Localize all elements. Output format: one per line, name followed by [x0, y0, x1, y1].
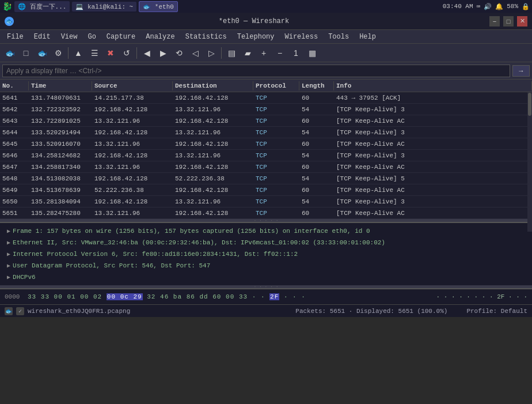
table-row[interactable]: 5648 134.513082038 192.168.42.128 52.222… — [0, 173, 532, 184]
cell-no: 5651 — [0, 209, 29, 217]
table-row[interactable]: 5646 134.258124682 192.168.42.128 13.32.… — [0, 150, 532, 161]
display-filter-input[interactable] — [2, 65, 510, 77]
system-taskbar: 🐉 🌐 百度一下... 💻 kali@kali: ~ 🐟 *eth0 03:40… — [0, 0, 532, 13]
toolbar-zoom-out-btn[interactable]: − — [272, 46, 287, 61]
taskbar-left: 🐉 🌐 百度一下... 💻 kali@kali: ~ 🐟 *eth0 — [2, 1, 439, 12]
detail-row-ethernet[interactable]: ▶ Ethernet II, Src: VMware_32:46:ba (00:… — [5, 237, 527, 248]
detail-row-ipv6[interactable]: ▶ Internet Protocol Version 6, Src: fe80… — [5, 248, 527, 260]
status-wireshark-icon: 🐟 — [5, 307, 13, 315]
col-header-time[interactable]: Time — [29, 81, 92, 90]
status-filename: wireshark_eth0JQ0FR1.pcapng — [28, 308, 130, 315]
packet-scrollbar-thumb[interactable] — [528, 93, 531, 116]
packet-scrollbar[interactable] — [527, 92, 532, 232]
menu-wireless[interactable]: Wireless — [280, 32, 323, 42]
menu-help[interactable]: Help — [355, 32, 381, 42]
wireshark-app-icon: 🐟 — [5, 17, 14, 26]
status-profile: Profile: Default — [466, 308, 527, 315]
expand-dhcpv6-icon: ▶ — [7, 274, 10, 281]
toolbar-open-btn[interactable]: □ — [18, 46, 33, 61]
menu-bar: File Edit View Go Capture Analyze Statis… — [0, 30, 532, 44]
cell-dst: 192.168.42.128 — [173, 94, 253, 102]
menu-telephony[interactable]: Telephony — [233, 32, 279, 42]
filter-arrow-btn[interactable]: → — [512, 65, 530, 77]
bell-icon: 🔔 — [495, 3, 503, 10]
cell-proto: TCP — [253, 94, 299, 102]
menu-tools[interactable]: Tools — [324, 32, 354, 42]
table-row[interactable]: 5651 135.282475280 13.32.121.96 192.168.… — [0, 207, 532, 219]
col-header-no[interactable]: No. — [0, 81, 29, 90]
menu-view[interactable]: View — [56, 32, 82, 42]
toolbar-back-btn[interactable]: ◀ — [139, 46, 154, 61]
toolbar-list-btn[interactable]: ☰ — [87, 46, 102, 61]
table-row[interactable]: 5643 132.722891025 13.32.121.96 192.168.… — [0, 115, 532, 127]
toolbar-prev-btn[interactable]: ◁ — [188, 46, 203, 61]
menu-capture[interactable]: Capture — [102, 32, 140, 42]
cell-dst: 192.168.42.128 — [173, 209, 253, 217]
table-row[interactable]: 5644 133.520291494 192.168.42.128 13.32.… — [0, 127, 532, 138]
table-row[interactable]: 5641 131.748070631 14.215.177.38 192.168… — [0, 92, 532, 104]
expand-ipv6-icon: ▶ — [7, 251, 10, 258]
close-button[interactable]: ✕ — [517, 16, 527, 27]
taskbar-terminal[interactable]: 💻 kali@kali: ~ — [72, 2, 136, 12]
toolbar-save-btn[interactable]: 🐟 — [35, 46, 50, 61]
table-row[interactable]: 5645 133.520916070 13.32.121.96 192.168.… — [0, 138, 532, 150]
col-header-info[interactable]: Info — [334, 81, 532, 90]
cell-proto: TCP — [253, 186, 299, 194]
cell-time: 133.520916070 — [29, 140, 92, 148]
status-displayed: Displayed: 5651 (100.0%) — [356, 308, 447, 315]
taskbar-wireshark[interactable]: 🐟 *eth0 — [139, 1, 178, 12]
cell-dst: 13.32.121.96 — [173, 129, 253, 137]
detail-row-dhcpv6[interactable]: ▶ DHCPv6 — [5, 271, 527, 283]
toolbar-fwd-btn[interactable]: ▶ — [155, 46, 170, 61]
menu-file[interactable]: File — [2, 32, 28, 42]
minimize-button[interactable]: − — [489, 16, 500, 27]
toolbar-restart-btn[interactable]: ↺ — [119, 46, 134, 61]
col-header-protocol[interactable]: Protocol — [253, 81, 299, 90]
cell-proto: TCP — [253, 152, 299, 160]
table-row[interactable]: 5649 134.513678639 52.222.236.38 192.168… — [0, 184, 532, 196]
toolbar-new-btn[interactable]: 🐟 — [2, 46, 17, 61]
detail-row-frame[interactable]: ▶ Frame 1: 157 bytes on wire (1256 bits)… — [5, 225, 527, 237]
toolbar-settings-btn[interactable]: ⚙ — [51, 46, 66, 61]
toolbar-sep-1 — [68, 47, 69, 59]
cell-src: 192.168.42.128 — [92, 105, 173, 114]
kali-icon[interactable]: 🐉 — [2, 2, 12, 12]
cell-no: 5648 — [0, 175, 29, 183]
col-header-destination[interactable]: Destination — [173, 81, 253, 90]
detail-ipv6-text: Internet Protocol Version 6, Src: fe80::… — [13, 251, 298, 258]
toolbar-next-btn[interactable]: ▷ — [204, 46, 219, 61]
menu-go[interactable]: Go — [83, 32, 100, 42]
cell-proto: TCP — [253, 105, 299, 114]
menu-statistics[interactable]: Statistics — [181, 32, 231, 42]
toolbar-up-btn[interactable]: ▲ — [71, 46, 86, 61]
cell-len: 60 — [299, 163, 334, 171]
cell-src: 192.168.42.128 — [92, 198, 173, 206]
toolbar-normal-btn[interactable]: 1 — [288, 46, 303, 61]
table-row[interactable]: 5650 135.281384094 192.168.42.128 13.32.… — [0, 196, 532, 207]
cell-no: 5642 — [0, 105, 29, 114]
menu-edit[interactable]: Edit — [29, 32, 55, 42]
toolbar-color-btn[interactable]: ▤ — [224, 46, 239, 61]
toolbar-zoom-in-btn[interactable]: + — [256, 46, 271, 61]
cell-time: 135.282475280 — [29, 209, 92, 217]
detail-ethernet-text: Ethernet II, Src: VMware_32:46:ba (00:0c… — [13, 239, 385, 246]
col-header-source[interactable]: Source — [92, 81, 173, 90]
toolbar-stop-btn[interactable]: ✖ — [103, 46, 118, 61]
col-header-length[interactable]: Length — [299, 81, 334, 90]
hex-row: 0000 33 33 00 01 00 02 00 0c 29 32 46 ba… — [5, 292, 527, 302]
table-row[interactable]: 5647 134.258817340 13.32.121.96 192.168.… — [0, 161, 532, 173]
taskbar-app-browser[interactable]: 🌐 百度一下... — [14, 1, 70, 12]
maximize-button[interactable]: □ — [503, 16, 514, 27]
cell-info: [TCP Keep-Alive AC — [334, 209, 532, 217]
hex-bytes-highlight2: 2F — [269, 293, 279, 300]
detail-row-udp[interactable]: ▶ User Datagram Protocol, Src Port: 546,… — [5, 260, 527, 271]
cell-info: [TCP Keep-Alive AC — [334, 186, 532, 194]
clock: 03:40 AM — [443, 3, 473, 10]
table-row[interactable]: 5642 132.722323592 192.168.42.128 13.32.… — [0, 104, 532, 115]
detail-udp-text: User Datagram Protocol, Src Port: 546, D… — [13, 262, 210, 269]
wireshark-title-bar: 🐟 *eth0 — Wireshark − □ ✕ — [0, 13, 532, 30]
toolbar-graph-btn[interactable]: ▰ — [240, 46, 255, 61]
toolbar-first-btn[interactable]: ⟲ — [172, 46, 187, 61]
menu-analyze[interactable]: Analyze — [141, 32, 179, 42]
toolbar-grid-btn[interactable]: ▦ — [305, 46, 320, 61]
